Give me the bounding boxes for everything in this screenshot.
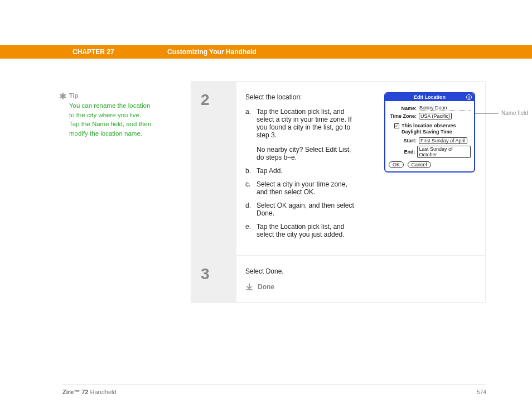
ok-button[interactable]: OK [389, 161, 404, 168]
dialog-title-bar: Edit Location i [385, 93, 474, 101]
dialog-tz-label: Time Zone: [389, 113, 419, 119]
callout-name-field: Name field [501, 110, 528, 116]
dialog-tz-row: Time Zone: USA (Pacific) [389, 113, 471, 119]
step-2c-text: Select a city in your time zone, and the… [257, 180, 354, 196]
steps-panel: 2 Select the location: a. Tap the Locati… [191, 81, 486, 303]
step-3-text: Select Done. [245, 267, 475, 275]
step-3-number: 3 [192, 256, 236, 302]
step-2-row: 2 Select the location: a. Tap the Locati… [192, 82, 485, 256]
step-2e: e. Tap the Location pick list, and selec… [245, 223, 475, 238]
edit-location-dialog: Edit Location i Name: Bonny Doon Time Zo… [384, 92, 475, 173]
dialog-name-row: Name: Bonny Doon [389, 105, 471, 111]
edit-location-dialog-wrap: Edit Location i Name: Bonny Doon Time Zo… [384, 92, 475, 173]
step-2d: d. Select OK again, and then select Done… [245, 202, 475, 217]
chapter-header: CHAPTER 27 Customizing Your Handheld [0, 45, 532, 59]
done-arrow-icon [245, 283, 253, 291]
dialog-start-row: Start: First Sunday of April [389, 137, 471, 144]
step-3-row: 3 Select Done. Done [192, 256, 485, 302]
tip-body: You can rename the location to the city … [69, 101, 153, 138]
callout-line [475, 113, 499, 114]
dialog-title-text: Edit Location [414, 94, 446, 100]
dst-text: This location observes Daylight Saving T… [402, 123, 471, 135]
dialog-end-label: End: [389, 149, 417, 155]
footer-product: Zire™ 72 Handheld [62, 389, 117, 395]
step-2e-text: Tap the Location pick list, and select t… [257, 223, 354, 238]
step-2a-text: Tap the Location pick list, and select a… [257, 108, 354, 161]
step-2a-letter: a. [245, 108, 257, 161]
footer-page-number: 574 [477, 389, 486, 395]
dialog-dst-row: ✓ This location observes Daylight Saving… [394, 123, 471, 135]
footer-product-rest: Handheld [88, 389, 116, 395]
dialog-end-select[interactable]: Last Sunday of October [417, 146, 471, 158]
done-label: Done [258, 283, 274, 291]
dialog-start-select[interactable]: First Sunday of April [419, 137, 467, 144]
chapter-title: Customizing Your Handheld [167, 48, 257, 56]
cancel-button[interactable]: Cancel [408, 161, 431, 168]
footer-rule [62, 385, 486, 385]
step-2a-main: Tap the Location pick list, and select a… [257, 108, 352, 139]
dialog-name-label: Name: [389, 106, 419, 111]
done-row: Done [245, 283, 475, 291]
dst-checkbox[interactable]: ✓ [394, 123, 399, 128]
dialog-tz-select[interactable]: USA (Pacific) [419, 113, 452, 119]
tip-label: Tip [69, 92, 78, 99]
step-2d-letter: d. [245, 202, 257, 217]
asterisk-icon: ✱ [59, 91, 66, 102]
step-2c-letter: c. [245, 180, 257, 196]
step-2a-sub: No nearby city? Select Edit List, do ste… [257, 146, 354, 161]
dialog-body: Name: Bonny Doon Time Zone: USA (Pacific… [385, 101, 474, 171]
info-icon[interactable]: i [466, 94, 472, 100]
step-3-body: Select Done. Done [236, 256, 485, 302]
step-2-number: 2 [192, 82, 236, 255]
dialog-start-label: Start: [389, 138, 419, 143]
dialog-buttons: OK Cancel [389, 161, 471, 168]
step-2-body: Select the location: a. Tap the Location… [236, 82, 485, 255]
dialog-end-row: End: Last Sunday of October [389, 146, 471, 158]
step-2e-letter: e. [245, 223, 257, 238]
dialog-name-field[interactable]: Bonny Doon [419, 105, 471, 111]
chapter-label: CHAPTER 27 [72, 48, 167, 56]
step-2d-text: Select OK again, and then select Done. [257, 202, 354, 217]
step-2b-text: Tap Add. [257, 167, 354, 175]
step-2b-letter: b. [245, 167, 257, 175]
step-2c: c. Select a city in your time zone, and … [245, 180, 475, 196]
footer-product-bold: Zire™ 72 [62, 389, 88, 395]
